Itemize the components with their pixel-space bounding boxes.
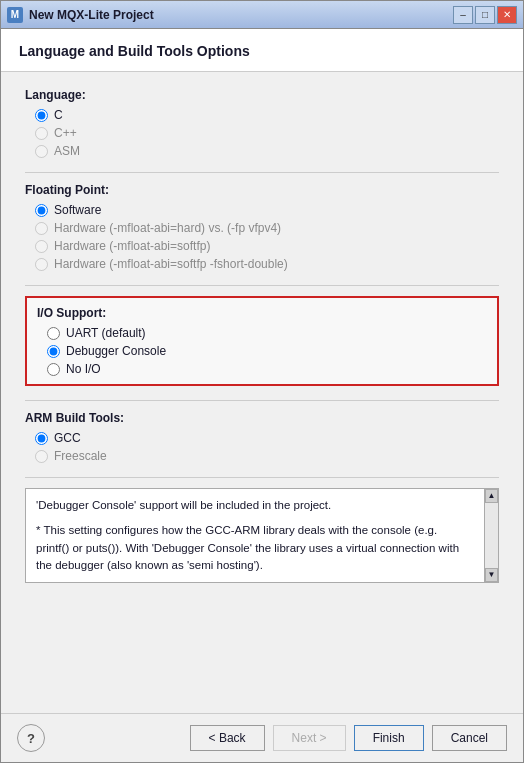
io-none-label: No I/O <box>66 362 101 376</box>
io-support-label: I/O Support: <box>37 306 487 320</box>
back-button[interactable]: < Back <box>190 725 265 751</box>
divider-3 <box>25 400 499 401</box>
io-option-uart[interactable]: UART (default) <box>47 326 487 340</box>
divider-4 <box>25 477 499 478</box>
floating-point-section: Floating Point: Software Hardware (-mflo… <box>25 183 499 271</box>
io-support-section: I/O Support: UART (default) Debugger Con… <box>25 296 499 386</box>
language-asm-label: ASM <box>54 144 80 158</box>
window-title: New MQX-Lite Project <box>29 8 453 22</box>
io-support-radio-group: UART (default) Debugger Console No I/O <box>37 326 487 376</box>
language-option-asm[interactable]: ASM <box>35 144 499 158</box>
fp-option-hard-short[interactable]: Hardware (-mfloat-abi=softfp -fshort-dou… <box>35 257 499 271</box>
maximize-button[interactable]: □ <box>475 6 495 24</box>
floating-point-label: Floating Point: <box>25 183 499 197</box>
description-box: 'Debugger Console' support will be inclu… <box>25 488 499 583</box>
close-button[interactable]: ✕ <box>497 6 517 24</box>
arm-gcc-label: GCC <box>54 431 81 445</box>
arm-option-freescale[interactable]: Freescale <box>35 449 499 463</box>
description-line1: 'Debugger Console' support will be inclu… <box>36 497 470 514</box>
fp-hardhard-label: Hardware (-mfloat-abi=hard) vs. (-fp vfp… <box>54 221 281 235</box>
io-option-debugger[interactable]: Debugger Console <box>47 344 487 358</box>
finish-button[interactable]: Finish <box>354 725 424 751</box>
fp-option-software[interactable]: Software <box>35 203 499 217</box>
language-c-label: C <box>54 108 63 122</box>
title-bar: M New MQX-Lite Project – □ ✕ <box>1 1 523 29</box>
language-label: Language: <box>25 88 499 102</box>
arm-build-section: ARM Build Tools: GCC Freescale <box>25 411 499 463</box>
fp-hardshort-label: Hardware (-mfloat-abi=softfp -fshort-dou… <box>54 257 288 271</box>
description-line2: * This setting configures how the GCC-AR… <box>36 522 470 574</box>
window-controls: – □ ✕ <box>453 6 517 24</box>
divider-1 <box>25 172 499 173</box>
button-bar: ? < Back Next > Finish Cancel <box>1 713 523 762</box>
language-option-c[interactable]: C <box>35 108 499 122</box>
next-button[interactable]: Next > <box>273 725 346 751</box>
arm-build-label: ARM Build Tools: <box>25 411 499 425</box>
io-uart-label: UART (default) <box>66 326 146 340</box>
arm-freescale-label: Freescale <box>54 449 107 463</box>
app-icon: M <box>7 7 23 23</box>
io-debugger-label: Debugger Console <box>66 344 166 358</box>
fp-hardsoft-label: Hardware (-mfloat-abi=softfp) <box>54 239 210 253</box>
arm-build-radio-group: GCC Freescale <box>25 431 499 463</box>
fp-option-hard-hard[interactable]: Hardware (-mfloat-abi=hard) vs. (-fp vfp… <box>35 221 499 235</box>
language-radio-group: C C++ ASM <box>25 108 499 158</box>
divider-2 <box>25 285 499 286</box>
scrollbar: ▲ ▼ <box>484 489 498 582</box>
fp-software-label: Software <box>54 203 101 217</box>
scroll-up-button[interactable]: ▲ <box>485 489 498 503</box>
language-cpp-label: C++ <box>54 126 77 140</box>
main-window: M New MQX-Lite Project – □ ✕ Language an… <box>0 0 524 763</box>
fp-option-hard-soft[interactable]: Hardware (-mfloat-abi=softfp) <box>35 239 499 253</box>
arm-option-gcc[interactable]: GCC <box>35 431 499 445</box>
language-section: Language: C C++ ASM <box>25 88 499 158</box>
help-button[interactable]: ? <box>17 724 45 752</box>
language-option-cpp[interactable]: C++ <box>35 126 499 140</box>
minimize-button[interactable]: – <box>453 6 473 24</box>
page-header: Language and Build Tools Options <box>1 29 523 72</box>
page-title: Language and Build Tools Options <box>19 43 505 59</box>
scroll-down-button[interactable]: ▼ <box>485 568 498 582</box>
floating-point-radio-group: Software Hardware (-mfloat-abi=hard) vs.… <box>25 203 499 271</box>
content-area: Language: C C++ ASM Floating Point: <box>1 72 523 713</box>
scrollbar-track <box>485 503 498 568</box>
cancel-button[interactable]: Cancel <box>432 725 507 751</box>
io-option-no-io[interactable]: No I/O <box>47 362 487 376</box>
